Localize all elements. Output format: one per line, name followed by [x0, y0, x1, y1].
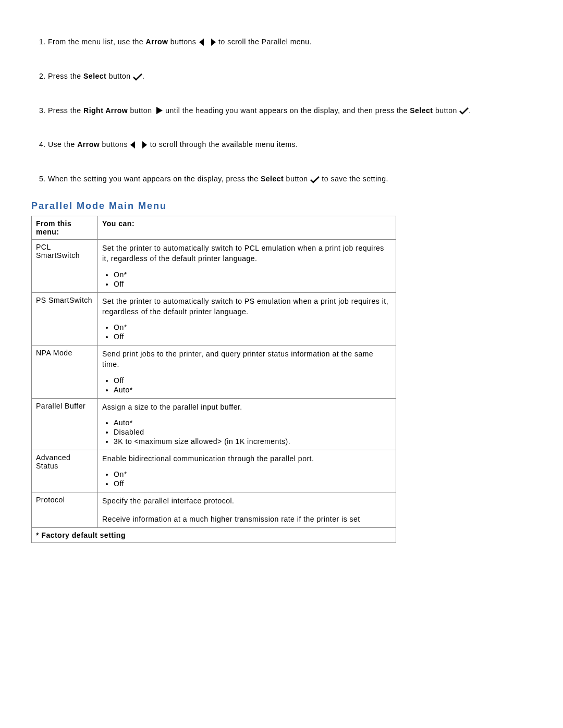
option-item: On*	[114, 270, 391, 279]
step-4-bold: Arrow	[77, 140, 100, 149]
table-row: Parallel BufferAssign a size to the para…	[32, 398, 396, 450]
check-icon	[310, 174, 320, 185]
menu-desc-cell: Send print jobs to the printer, and quer…	[98, 346, 396, 399]
option-list: On*Off	[114, 470, 391, 488]
table-row: ProtocolSpecify the parallel interface p…	[32, 492, 396, 528]
step-3-mid2: button	[433, 106, 460, 115]
step-4-pre: Use the	[48, 140, 77, 149]
step-3-post2: .	[469, 106, 471, 115]
option-item: Off	[114, 376, 391, 385]
step-3-post: until the heading you want appears on th…	[163, 106, 410, 115]
option-item: Off	[114, 479, 391, 488]
step-3-pre: Press the	[48, 106, 83, 115]
step-5-post: to save the setting.	[320, 175, 388, 183]
step-4: Use the Arrow buttons to scroll through …	[48, 139, 532, 151]
option-item: Auto*	[114, 386, 391, 394]
step-1-bold: Arrow	[146, 38, 168, 46]
menu-name-cell: PS SmartSwitch	[32, 292, 98, 346]
table-head-a: From this menu:	[32, 216, 98, 239]
table-footnote: * Factory default setting	[32, 527, 396, 542]
step-5-mid: button	[284, 175, 310, 183]
menu-desc: Send print jobs to the printer, and quer…	[102, 349, 391, 370]
arrows-icon	[199, 37, 216, 48]
option-list: OffAuto*	[114, 376, 391, 394]
menu-desc-extra: Receive information at a much higher tra…	[102, 514, 391, 524]
step-2-bold: Select	[83, 72, 106, 80]
right-arrow-icon	[154, 105, 163, 116]
step-4-post: to scroll through the available menu ite…	[148, 140, 298, 149]
step-3: Press the Right Arrow button until the h…	[48, 105, 532, 117]
option-list: Auto*Disabled3K to <maximum size allowed…	[114, 418, 391, 446]
menu-desc: Enable bidirectional communication throu…	[102, 453, 391, 464]
step-3-bold: Right Arrow	[83, 106, 128, 115]
step-5-pre: When the setting you want appears on the…	[48, 175, 261, 183]
menu-desc: Assign a size to the parallel input buff…	[102, 402, 391, 412]
option-list: On*Off	[114, 323, 391, 341]
section-title: Parallel Mode Main Menu	[31, 201, 532, 213]
menu-desc-cell: Set the printer to automatically switch …	[98, 292, 396, 346]
step-4-mid: buttons	[100, 140, 130, 149]
arrows-icon	[130, 140, 148, 151]
option-item: Auto*	[114, 418, 391, 427]
table-footnote-row: * Factory default setting	[32, 527, 396, 542]
step-1-post: to scroll the Parallel menu.	[216, 38, 312, 46]
table-row: PS SmartSwitchSet the printer to automat…	[32, 292, 396, 346]
step-3-bold2: Select	[410, 106, 433, 115]
option-item: Disabled	[114, 428, 391, 436]
menu-desc: Set the printer to automatically switch …	[102, 243, 391, 264]
step-3-mid: button	[128, 106, 154, 115]
table-row: NPA ModeSend print jobs to the printer, …	[32, 346, 396, 399]
option-item: Off	[114, 280, 391, 288]
menu-name-cell: Protocol	[32, 492, 98, 528]
check-icon	[459, 105, 469, 116]
menu-name-cell: PCL SmartSwitch	[32, 239, 98, 292]
option-item: On*	[114, 470, 391, 478]
menu-desc: Set the printer to automatically switch …	[102, 296, 391, 317]
table-head-b: You can:	[98, 216, 396, 239]
step-2-mid: button	[106, 72, 133, 80]
step-5-bold: Select	[261, 175, 284, 183]
menu-table: From this menu: You can: PCL SmartSwitch…	[31, 216, 396, 543]
step-2: Press the Select button .	[48, 71, 532, 82]
option-item: 3K to <maximum size allowed> (in 1K incr…	[114, 437, 391, 446]
instruction-list: From the menu list, use the Arrow button…	[31, 36, 532, 185]
page: From the menu list, use the Arrow button…	[0, 0, 563, 728]
menu-desc: Specify the parallel interface protocol.	[102, 496, 391, 506]
step-1: From the menu list, use the Arrow button…	[48, 36, 532, 48]
step-5: When the setting you want appears on the…	[48, 174, 532, 185]
menu-desc-cell: Set the printer to automatically switch …	[98, 239, 396, 292]
option-list: On*Off	[114, 270, 391, 288]
step-2-post: .	[142, 72, 144, 80]
menu-name-cell: Advanced Status	[32, 450, 98, 492]
step-1-pre: From the menu list, use the	[48, 38, 146, 46]
option-item: On*	[114, 323, 391, 331]
table-row: PCL SmartSwitchSet the printer to automa…	[32, 239, 396, 292]
menu-name-cell: NPA Mode	[32, 346, 98, 399]
check-icon	[133, 71, 142, 82]
step-2-pre: Press the	[48, 72, 83, 80]
step-1-mid: buttons	[168, 38, 198, 46]
menu-desc-cell: Assign a size to the parallel input buff…	[98, 398, 396, 450]
table-row: Advanced StatusEnable bidirectional comm…	[32, 450, 396, 492]
option-item: Off	[114, 332, 391, 341]
menu-desc-cell: Enable bidirectional communication throu…	[98, 450, 396, 492]
table-head-row: From this menu: You can:	[32, 216, 396, 239]
menu-desc-cell: Specify the parallel interface protocol.…	[98, 492, 396, 528]
menu-name-cell: Parallel Buffer	[32, 398, 98, 450]
